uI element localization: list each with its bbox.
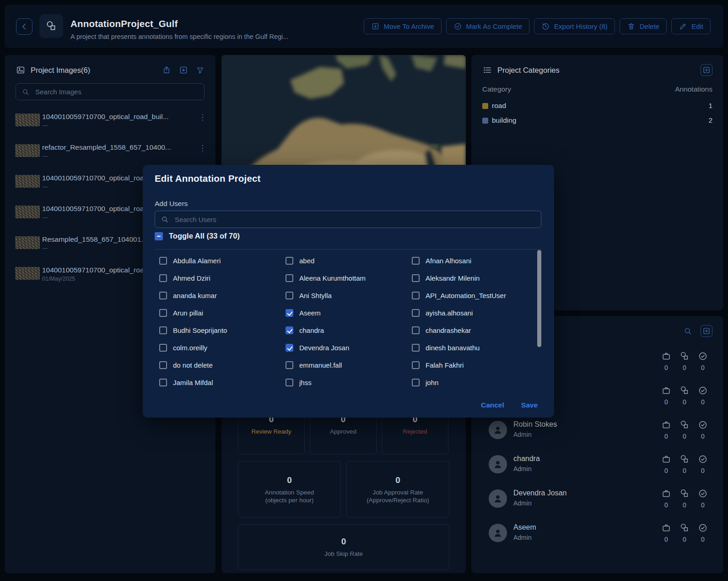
briefcase-icon	[661, 454, 671, 464]
user-role: Admin	[513, 500, 532, 507]
modal-user-row[interactable]: jhss	[286, 374, 412, 391]
user-checkbox[interactable]	[159, 361, 167, 369]
user-search[interactable]	[155, 211, 541, 228]
modal-user-row[interactable]: do not delete	[159, 356, 286, 374]
annotations-count: 0	[683, 433, 686, 440]
delete-button[interactable]: Delete	[620, 18, 667, 34]
modal-user-row[interactable]: Afnan Alhosani	[412, 252, 538, 269]
modal-user-row[interactable]: Jamila Mifdal	[159, 374, 286, 391]
user-checkbox[interactable]	[159, 274, 167, 282]
user-row[interactable]: Robin Stokes Admin 0 0 0	[471, 420, 723, 441]
user-checkbox[interactable]	[286, 274, 293, 282]
image-list-item[interactable]: 1040010059710700_optical_road_buil... --…	[5, 113, 216, 137]
add-category-button[interactable]	[701, 64, 712, 76]
toggle-all-control[interactable]: Toggle All (33 of 70)	[155, 232, 240, 240]
filter-icon[interactable]	[196, 66, 205, 75]
modal-user-row[interactable]: Budhi Soeprijanto	[159, 321, 286, 339]
scrollbar-thumb[interactable]	[537, 250, 541, 347]
user-name: Ani Shtylla	[299, 292, 332, 299]
back-button[interactable]	[16, 18, 32, 35]
toggle-all-checkbox[interactable]	[155, 232, 163, 240]
modal-user-row[interactable]: abed	[286, 252, 412, 269]
modal-title: Edit Annotation Project	[155, 173, 261, 184]
user-checkbox[interactable]	[159, 326, 167, 334]
user-row[interactable]: Devendra Josan Admin 0 0 0	[471, 489, 723, 510]
briefcase-icon	[661, 351, 671, 361]
check-circle-icon	[698, 420, 708, 430]
search-users-input[interactable]	[174, 215, 535, 224]
modal-user-row[interactable]: chandra	[286, 321, 412, 339]
user-checkbox[interactable]	[286, 257, 293, 265]
button-label: Edit	[691, 22, 703, 30]
category-count: 2	[708, 116, 712, 125]
user-checkbox[interactable]	[412, 361, 420, 369]
user-checkbox[interactable]	[412, 344, 420, 352]
modal-user-row[interactable]: Aleksandr Milenin	[412, 269, 538, 287]
modal-user-row[interactable]: Arun pillai	[159, 304, 286, 321]
modal-user-row[interactable]: Ahmed Dziri	[159, 269, 286, 287]
user-checkbox[interactable]	[412, 309, 420, 317]
user-checkbox[interactable]	[286, 379, 293, 386]
edit-button[interactable]: Edit	[671, 18, 711, 34]
modal-user-row[interactable]: ayisha.alhosani	[412, 304, 538, 321]
category-row[interactable]: building 2	[482, 115, 712, 125]
stat-label: Approved	[330, 428, 356, 435]
user-checkbox[interactable]	[159, 292, 167, 299]
add-square-icon[interactable]	[179, 65, 188, 75]
user-checkbox[interactable]	[159, 257, 167, 265]
modal-user-row[interactable]: ananda kumar	[159, 287, 286, 304]
user-checkbox[interactable]	[412, 274, 420, 282]
user-checkbox[interactable]	[286, 344, 293, 352]
modal-user-row[interactable]: Aseem	[286, 304, 412, 321]
mark-as-complete-button[interactable]: Mark As Complete	[446, 18, 530, 34]
search-icon[interactable]	[683, 326, 693, 336]
modal-user-row[interactable]: Abdulla Alameri	[159, 252, 286, 269]
modal-user-row[interactable]: Ani Shtylla	[286, 287, 412, 304]
modal-user-row[interactable]: john	[412, 374, 538, 391]
cancel-button[interactable]: Cancel	[481, 401, 504, 409]
user-checkbox[interactable]	[286, 309, 293, 317]
kebab-menu-icon[interactable]: ⋮	[199, 114, 206, 121]
user-checkbox[interactable]	[412, 326, 420, 334]
kebab-menu-icon[interactable]: ⋮	[199, 144, 206, 152]
user-name: ayisha.alhosani	[426, 309, 473, 317]
category-color-swatch	[482, 118, 488, 124]
user-checkbox[interactable]	[286, 292, 293, 299]
modal-user-row[interactable]: Aleena Kurumthottam	[286, 269, 412, 287]
user-checkbox[interactable]	[412, 257, 420, 265]
user-stats: 0 0 0	[657, 351, 712, 371]
user-checkbox[interactable]	[412, 292, 420, 299]
header-actions: Move To Archive Mark As Complete Export …	[364, 18, 711, 34]
modal-user-row[interactable]: Falah Fakhri	[412, 356, 538, 374]
user-checkbox[interactable]	[286, 326, 293, 334]
save-button[interactable]: Save	[521, 401, 538, 409]
share-icon[interactable]	[162, 65, 171, 75]
image-list-item[interactable]: refactor_Resampled_1558_657_10400... ---…	[5, 143, 216, 168]
jobs-count: 0	[664, 467, 668, 474]
move-to-archive-button[interactable]: Move To Archive	[364, 18, 442, 34]
modal-user-row[interactable]: Devendra Josan	[286, 339, 412, 356]
user-row[interactable]: Aseem Admin 0 0 0	[471, 523, 723, 544]
annotation-icon	[679, 523, 690, 533]
app-root: AnnotationProject_Gulf A project that pr…	[0, 0, 728, 581]
user-row[interactable]: chandra Admin 0 0 0	[471, 454, 723, 475]
search-images-input[interactable]	[34, 87, 199, 96]
user-name: Arun pillai	[173, 309, 203, 317]
user-checkbox[interactable]	[159, 344, 167, 352]
user-stats: 0 0 0	[657, 523, 712, 543]
modal-user-row[interactable]: emmanuel.fall	[286, 356, 412, 374]
search-icon	[22, 88, 30, 96]
modal-user-row[interactable]: colm.oreilly	[159, 339, 286, 356]
user-name: chandrashekar	[426, 326, 471, 334]
user-checkbox[interactable]	[286, 361, 293, 369]
category-row[interactable]: road 1	[482, 101, 712, 111]
user-checkbox[interactable]	[412, 379, 420, 386]
image-search[interactable]	[16, 83, 205, 100]
export-history-button[interactable]: Export History (8)	[534, 18, 615, 34]
modal-user-row[interactable]: API_Automation_TestUser	[412, 287, 538, 304]
modal-user-row[interactable]: dinesh banavathu	[412, 339, 538, 356]
modal-user-row[interactable]: chandrashekar	[412, 321, 538, 339]
add-user-button[interactable]	[701, 325, 712, 337]
user-checkbox[interactable]	[159, 309, 167, 317]
user-checkbox[interactable]	[159, 379, 167, 386]
